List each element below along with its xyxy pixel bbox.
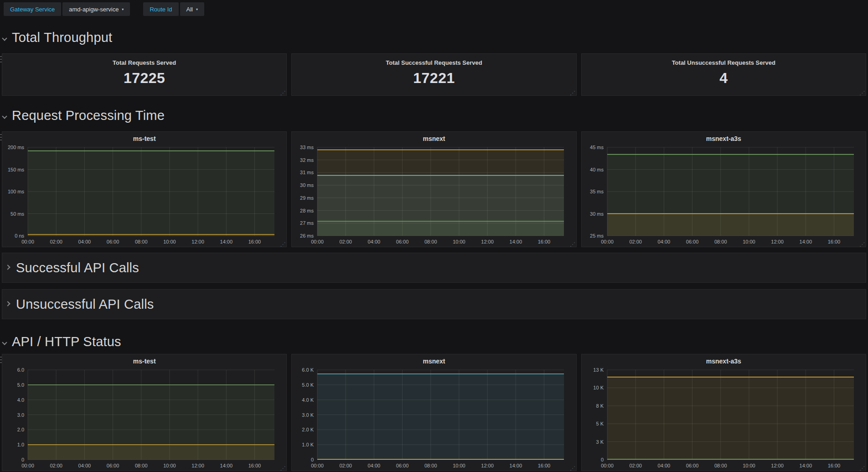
section-title: Successful API Calls	[16, 260, 139, 275]
chart-panel-http-msnext-a3s: msnext-a3s 13 K10 K8 K5 K3 K000:0002:000…	[581, 354, 866, 471]
panel-title[interactable]: msnext-a3s	[582, 354, 866, 366]
svg-text:06:00: 06:00	[107, 463, 119, 468]
collapsed-row-successful-api-calls[interactable]: Successful API Calls	[2, 253, 866, 283]
svg-text:08:00: 08:00	[135, 239, 148, 244]
svg-text:3.0: 3.0	[17, 412, 24, 418]
chevron-down-icon	[2, 36, 7, 41]
svg-text:1.0 K: 1.0 K	[302, 442, 314, 447]
dashboard-submenu: Gateway Service amd-apigw-service ▾ Rout…	[0, 0, 868, 18]
svg-text:08:00: 08:00	[424, 239, 437, 244]
svg-text:28 ms: 28 ms	[300, 208, 314, 213]
chart-svg: 33 ms32 ms31 ms30 ms29 ms28 ms27 ms26 ms…	[292, 144, 576, 247]
panel-title[interactable]: msnext-a3s	[582, 132, 866, 144]
svg-text:02:00: 02:00	[629, 239, 642, 244]
svg-text:10:00: 10:00	[453, 239, 465, 244]
section-title: Total Throughput	[12, 30, 112, 45]
chart-svg: 6.0 K5.0 K4.0 K3.0 K2.0 K1.0 K000:0002:0…	[292, 366, 576, 471]
svg-text:40 ms: 40 ms	[590, 167, 604, 172]
chart-svg: 13 K10 K8 K5 K3 K000:0002:0004:0006:0008…	[582, 366, 866, 471]
time-series-chart[interactable]: 6.0 K5.0 K4.0 K3.0 K2.0 K1.0 K000:0002:0…	[292, 366, 576, 471]
svg-text:16:00: 16:00	[827, 463, 840, 468]
svg-text:08:00: 08:00	[424, 463, 437, 468]
svg-text:10:00: 10:00	[453, 463, 465, 468]
svg-text:14:00: 14:00	[510, 239, 522, 244]
svg-text:08:00: 08:00	[714, 463, 727, 468]
resize-handle[interactable]: ⋰	[570, 242, 575, 247]
resize-handle[interactable]: ⋰	[859, 242, 865, 247]
svg-text:08:00: 08:00	[135, 463, 148, 468]
resize-handle[interactable]: ⋰	[570, 91, 575, 96]
section-header-total-throughput[interactable]: Total Throughput	[0, 28, 868, 47]
panel-title[interactable]: Total Successful Requests Served	[292, 59, 576, 66]
svg-text:1.0: 1.0	[17, 442, 24, 447]
time-series-chart[interactable]: 200 ms150 ms100 ms50 ms0 ns00:0002:0004:…	[2, 144, 286, 247]
collapsed-row-unsuccessful-api-calls[interactable]: Unsuccessful API Calls	[2, 289, 866, 319]
panel-title[interactable]: msnext	[292, 132, 576, 144]
gateway-service-label: Gateway Service	[4, 2, 61, 16]
panel-title[interactable]: Total Unsuccessful Requests Served	[582, 59, 866, 66]
chart-panel-http-msnext: msnext 6.0 K5.0 K4.0 K3.0 K2.0 K1.0 K000…	[291, 354, 576, 471]
svg-text:10:00: 10:00	[163, 239, 176, 244]
time-series-chart[interactable]: 6.05.04.03.02.01.0000:0002:0004:0006:000…	[2, 366, 286, 471]
svg-text:30 ms: 30 ms	[590, 211, 604, 217]
section-title: Unsuccessful API Calls	[16, 297, 154, 312]
resize-handle[interactable]: ⋰	[280, 91, 285, 96]
svg-text:30 ms: 30 ms	[300, 182, 314, 188]
svg-text:02:00: 02:00	[629, 463, 642, 468]
section-header-api-http-status[interactable]: API / HTTP Status	[0, 332, 868, 351]
api-http-status-row: ms-test 6.05.04.03.02.01.0000:0002:0004:…	[0, 354, 868, 471]
time-series-chart[interactable]: 13 K10 K8 K5 K3 K000:0002:0004:0006:0008…	[582, 366, 866, 471]
svg-text:00:00: 00:00	[311, 463, 324, 468]
svg-text:10:00: 10:00	[743, 463, 755, 468]
resize-handle[interactable]: ⋰	[280, 466, 285, 471]
svg-text:6.0: 6.0	[17, 367, 24, 373]
svg-text:04:00: 04:00	[78, 463, 91, 468]
resize-handle[interactable]: ⋰	[859, 91, 865, 96]
panel-title[interactable]: msnext	[292, 354, 576, 366]
gateway-service-dropdown[interactable]: amd-apigw-service ▾	[62, 2, 130, 16]
template-var-route-id: Route Id All ▾	[143, 2, 206, 16]
svg-text:5.0 K: 5.0 K	[302, 382, 314, 388]
svg-text:06:00: 06:00	[396, 463, 409, 468]
resize-handle[interactable]: ⋰	[859, 466, 865, 471]
svg-text:00:00: 00:00	[21, 239, 34, 244]
svg-text:10:00: 10:00	[163, 463, 176, 468]
resize-handle[interactable]: ⋰	[570, 466, 575, 471]
svg-text:00:00: 00:00	[601, 463, 614, 468]
time-series-chart[interactable]: 45 ms40 ms35 ms30 ms25 ms00:0002:0004:00…	[582, 144, 866, 247]
svg-text:5 K: 5 K	[596, 421, 604, 426]
stat-panel-total-successful-requests: Total Successful Requests Served 17221 ⋰	[291, 53, 576, 96]
stat-value: 17225	[2, 70, 286, 87]
svg-text:04:00: 04:00	[657, 463, 670, 468]
svg-text:0 ns: 0 ns	[15, 233, 24, 239]
svg-text:5.0: 5.0	[17, 382, 24, 388]
svg-text:35 ms: 35 ms	[590, 189, 604, 194]
svg-text:14:00: 14:00	[220, 463, 233, 468]
svg-text:12:00: 12:00	[771, 463, 784, 468]
time-series-chart[interactable]: 33 ms32 ms31 ms30 ms29 ms28 ms27 ms26 ms…	[292, 144, 576, 247]
route-id-dropdown[interactable]: All ▾	[180, 2, 204, 16]
section-header-request-processing-time[interactable]: Request Processing Time	[0, 106, 868, 125]
panel-title[interactable]: ms-test	[2, 132, 286, 144]
svg-text:3.0 K: 3.0 K	[302, 412, 314, 418]
gateway-service-value: amd-apigw-service	[69, 6, 119, 13]
chevron-right-icon	[5, 301, 10, 306]
svg-text:200 ms: 200 ms	[8, 145, 25, 150]
panel-title[interactable]: ms-test	[2, 354, 286, 366]
chart-svg: 45 ms40 ms35 ms30 ms25 ms00:0002:0004:00…	[582, 144, 866, 247]
svg-text:04:00: 04:00	[78, 239, 91, 244]
panel-title[interactable]: Total Requests Served	[2, 59, 286, 66]
stat-value: 17221	[292, 70, 576, 87]
svg-text:02:00: 02:00	[50, 239, 62, 244]
svg-text:3 K: 3 K	[596, 439, 604, 445]
chevron-down-icon	[2, 114, 7, 119]
svg-text:02:00: 02:00	[340, 239, 352, 244]
svg-text:25 ms: 25 ms	[590, 233, 604, 239]
svg-text:12:00: 12:00	[481, 239, 494, 244]
svg-text:14:00: 14:00	[799, 463, 812, 468]
resize-handle[interactable]: ⋰	[280, 242, 285, 247]
svg-text:100 ms: 100 ms	[8, 189, 25, 194]
svg-text:26 ms: 26 ms	[300, 233, 314, 239]
svg-text:2.0 K: 2.0 K	[302, 427, 314, 432]
svg-text:06:00: 06:00	[686, 463, 698, 468]
